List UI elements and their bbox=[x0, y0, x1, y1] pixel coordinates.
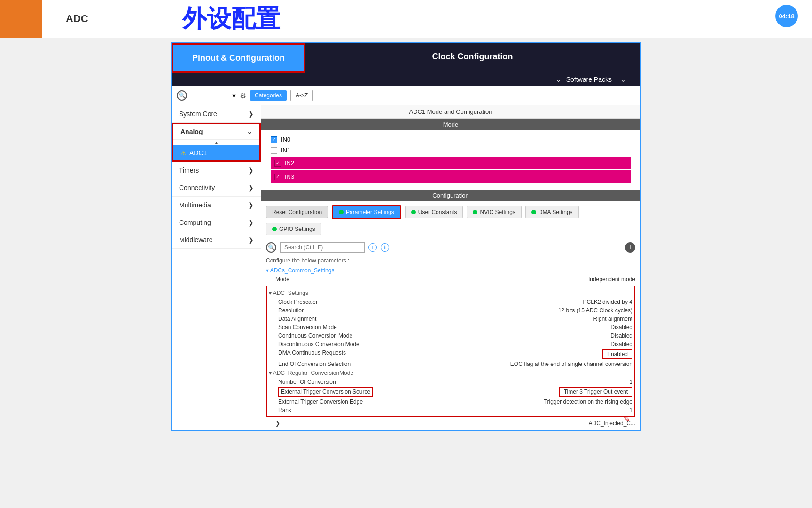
resolution-row: Resolution 12 bits (15 ADC Clock cycles) bbox=[269, 306, 632, 315]
user-constants-tab[interactable]: User Constants bbox=[405, 206, 463, 218]
parameter-settings-tab[interactable]: Parameter Settings bbox=[332, 205, 401, 219]
info-circle-icon: i bbox=[368, 243, 377, 252]
software-packs-bar: ⌄ Software Packs ⌄ bbox=[172, 73, 640, 86]
ext-trigger-source-label: External Trigger Conversion Source bbox=[278, 387, 373, 397]
green-dot-icon bbox=[272, 227, 277, 231]
warning-icon: ⚠ bbox=[180, 149, 187, 157]
in2-checkbox[interactable]: ✓ bbox=[274, 160, 281, 167]
rank-row: Rank 1 bbox=[269, 406, 632, 414]
dma-settings-tab[interactable]: DMA Settings bbox=[525, 206, 579, 218]
sidebar-item-connectivity[interactable]: Connectivity ❯ bbox=[172, 179, 261, 197]
info-circle2-icon: ℹ bbox=[381, 243, 389, 252]
ext-trigger-edge-row: External Trigger Conversion Edge Trigger… bbox=[269, 397, 632, 406]
content-area: System Core ❯ Analog ⌄ ▲ ⚠ ADC1 Timers bbox=[172, 105, 640, 430]
gear-icon[interactable]: ⚙ bbox=[240, 91, 246, 100]
sidebar-item-adc1[interactable]: ⚠ ADC1 bbox=[173, 145, 259, 160]
param-search-row: 🔍 i ℹ i bbox=[266, 242, 635, 253]
in1-row: IN1 bbox=[271, 145, 631, 156]
in0-checkbox[interactable]: ✓ bbox=[271, 136, 277, 143]
adc1-mode-config-label: ADC1 Mode and Configuration bbox=[261, 105, 640, 119]
search-icon: 🔍 bbox=[177, 90, 187, 101]
scan-conversion-row: Scan Conversion Mode Disabled bbox=[269, 323, 632, 332]
discontinuous-row: Discontinuous Conversion Mode Disabled bbox=[269, 340, 632, 349]
up-arrow-icon: ▲ bbox=[214, 140, 219, 145]
green-dot-icon bbox=[411, 210, 416, 214]
chevron-right-icon: ❯ bbox=[248, 236, 254, 244]
mode-section-title: Mode bbox=[261, 119, 640, 130]
num-conversion-row: Number Of Conversion 1 bbox=[269, 378, 632, 386]
reset-config-button[interactable]: Reset Configuration bbox=[266, 206, 328, 218]
az-button[interactable]: A->Z bbox=[290, 90, 313, 101]
sidebar-item-analog[interactable]: Analog ⌄ bbox=[173, 124, 259, 140]
time-badge: 04:18 bbox=[775, 5, 798, 27]
gpio-settings-tab[interactable]: GPIO Settings bbox=[266, 223, 321, 235]
page-title: 外设配置 bbox=[182, 2, 280, 35]
sidebar-item-multimedia[interactable]: Multimedia ❯ bbox=[172, 197, 261, 214]
in0-row: ✓ IN0 bbox=[271, 134, 631, 145]
chevron-right-icon: ❯ bbox=[248, 167, 254, 174]
sidebar-item-timers[interactable]: Timers ❯ bbox=[172, 162, 261, 179]
orange-accent bbox=[0, 0, 42, 38]
config-controls: Reset Configuration Parameter Settings U… bbox=[261, 201, 640, 239]
continuous-row: Continuous Conversion Mode Disabled bbox=[269, 332, 632, 340]
regular-conversion-header[interactable]: ▾ ADC_Regular_ConversionMode bbox=[269, 368, 632, 378]
configure-text: Configure the below parameters : bbox=[266, 255, 635, 266]
green-dot-icon bbox=[473, 210, 477, 214]
analog-section: Analog ⌄ ▲ ⚠ ADC1 bbox=[172, 123, 261, 162]
sidebar: System Core ❯ Analog ⌄ ▲ ⚠ ADC1 Timers bbox=[172, 105, 261, 430]
mode-checkboxes: ✓ IN0 IN1 ✓ IN2 ✓ IN3 bbox=[261, 130, 640, 188]
analog-spacer: ▲ bbox=[173, 140, 259, 145]
param-search-input[interactable] bbox=[280, 242, 365, 253]
in3-row: ✓ IN3 bbox=[271, 170, 631, 183]
dropdown-arrow: ▾ bbox=[232, 91, 236, 100]
category-search-input[interactable] bbox=[191, 90, 228, 101]
param-area: 🔍 i ℹ i Configure the below parameters :… bbox=[261, 239, 640, 430]
sidebar-item-middleware[interactable]: Middleware ❯ bbox=[172, 231, 261, 249]
in1-checkbox[interactable] bbox=[271, 147, 277, 154]
pinout-tab[interactable]: Pinout & Configuration bbox=[172, 43, 305, 73]
eoc-row: End Of Conversion Selection EOC flag at … bbox=[269, 360, 632, 368]
configuration-section-title: Configuration bbox=[261, 190, 640, 201]
param-search-icon: 🔍 bbox=[266, 242, 276, 253]
chevron-down-icon: ⌄ bbox=[620, 76, 626, 83]
sidebar-item-system-core[interactable]: System Core ❯ bbox=[172, 105, 261, 123]
in3-checkbox[interactable]: ✓ bbox=[274, 174, 281, 180]
categories-button[interactable]: Categories bbox=[250, 90, 287, 101]
adcs-common-header[interactable]: ▾ ADCs_Common_Settings bbox=[266, 266, 635, 275]
top-bar: ADC 外设配置 04:18 bbox=[0, 0, 812, 38]
data-alignment-row: Data Alignment Right alignment bbox=[269, 315, 632, 323]
ide-window: Pinout & Configuration Clock Configurati… bbox=[171, 42, 641, 431]
green-dot-icon bbox=[339, 210, 344, 214]
chevron-right-icon: ❯ bbox=[248, 201, 254, 209]
clock-tab[interactable]: Clock Configuration bbox=[305, 43, 640, 73]
chevron-down-icon: ⌄ bbox=[247, 128, 252, 135]
settings-tree: ▾ ADCs_Common_Settings Mode Independent … bbox=[266, 266, 635, 428]
edit-pencil-icon: ✎ bbox=[624, 414, 630, 423]
info-dark-icon: i bbox=[625, 242, 635, 253]
right-panel: ADC1 Mode and Configuration Mode ✓ IN0 I… bbox=[261, 105, 640, 430]
chevron-right-icon: ❯ bbox=[248, 110, 254, 118]
adc-settings-highlight: ▾ ADC_Settings Clock Prescaler PCLK2 div… bbox=[266, 286, 635, 417]
chevron-icon: ⌄ bbox=[556, 76, 562, 83]
adc-label: ADC bbox=[66, 13, 88, 25]
adc-settings-header[interactable]: ▾ ADC_Settings bbox=[269, 288, 632, 298]
timer3-badge: Timer 3 Trigger Out event bbox=[559, 387, 632, 397]
adc-channel-row: ❯ ADC_Injected_C... bbox=[266, 419, 635, 428]
chevron-right-icon: ❯ bbox=[248, 184, 254, 191]
dma-requests-row: DMA Continuous Requests Enabled bbox=[269, 349, 632, 360]
ext-trigger-source-row: External Trigger Conversion Source Timer… bbox=[269, 386, 632, 397]
filter-row: 🔍 ▾ ⚙ Categories A->Z bbox=[172, 86, 640, 105]
config-header: Pinout & Configuration Clock Configurati… bbox=[172, 43, 640, 73]
green-dot-icon bbox=[531, 210, 536, 214]
clock-prescaler-row: Clock Prescaler PCLK2 divided by 4 bbox=[269, 298, 632, 306]
mode-row-setting: Mode Independent mode bbox=[266, 275, 635, 284]
sidebar-item-computing[interactable]: Computing ❯ bbox=[172, 214, 261, 231]
nvic-settings-tab[interactable]: NVIC Settings bbox=[467, 206, 521, 218]
chevron-right-icon: ❯ bbox=[248, 219, 254, 226]
in2-row: ✓ IN2 bbox=[271, 157, 631, 169]
dma-enabled-badge: Enabled bbox=[602, 349, 632, 359]
